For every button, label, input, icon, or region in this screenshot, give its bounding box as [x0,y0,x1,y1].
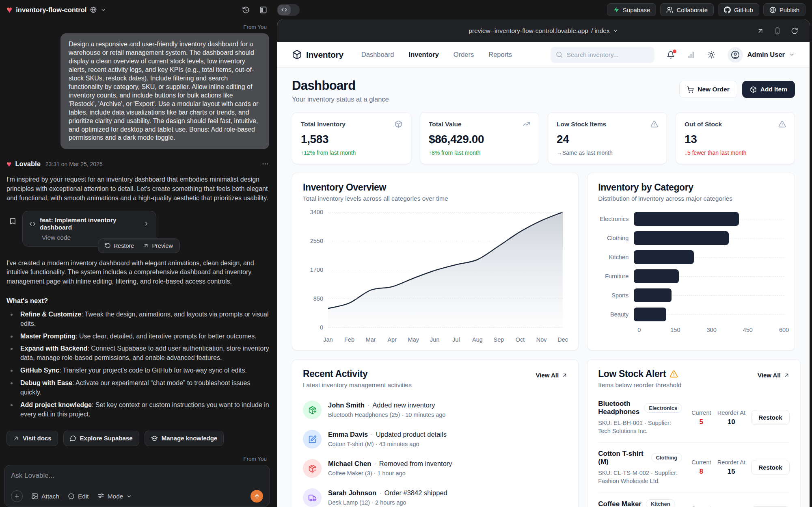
alert-triangle-icon [650,120,658,128]
code-icon [29,221,36,227]
avatar [728,47,743,63]
message-menu-icon[interactable] [261,160,269,168]
category-bar [634,212,739,226]
category-bar [634,269,679,283]
attach-button[interactable]: Attach [31,493,59,500]
edit-button[interactable]: Edit [68,493,89,500]
package-icon [395,120,402,128]
collaborate-button[interactable]: Collaborate [660,3,714,16]
category-bar-row: Kitchen [598,250,784,264]
assistant-timestamp: 23:31 on Mar 25, 2025 [45,161,103,167]
category-badge: Electronics [644,403,682,413]
gridline [328,270,563,270]
search-input[interactable] [566,51,649,58]
category-bar-chart: ElectronicsClothingKitchenFurnitureSport… [598,212,784,336]
theme-toggle[interactable] [707,51,715,59]
commit-title: feat: Implement inventory dashboard [40,217,139,231]
view-all-link[interactable]: View All [536,372,568,379]
kpi-delta: ↑8% from last month [429,150,530,156]
user-menu[interactable]: Admin User [728,47,795,63]
y-axis-tick: 0 [320,324,323,331]
x-axis-tick: Sep [494,336,504,343]
nav-reports[interactable]: Reports [488,51,512,58]
bookmark-icon[interactable] [9,217,17,225]
chevron-down-icon[interactable] [100,7,106,13]
nav-inventory[interactable]: Inventory [409,51,439,58]
kpi-total-value: Total Value $86,429.00 ↑8% from last mon… [420,112,539,164]
mobile-view-icon[interactable] [774,27,781,35]
nav-orders[interactable]: Orders [454,51,474,58]
restock-button[interactable]: Restock [751,410,789,425]
sun-icon [707,51,715,59]
alert-triangle-icon [778,120,786,128]
chevron-down-icon [789,52,795,58]
open-external-icon[interactable] [757,27,764,35]
project-name[interactable]: inventory-flow-control [16,6,86,14]
x-axis-tick: May [408,336,419,343]
activity-row[interactable]: Emma Davis·Updated product details Cotto… [303,425,568,454]
add-attachment-button[interactable] [11,490,23,502]
lovable-avatar-icon: ♥ [6,160,11,168]
supabase-zap-icon [613,6,620,13]
sliders-icon [97,493,104,500]
preview-url[interactable]: preview--inventory-flow-control.lovable.… [469,27,618,35]
view-all-link[interactable]: View All [758,372,790,379]
truck-icon [308,494,317,502]
x-axis-tick: Jul [452,336,460,343]
user-message-bubble: Design a responsive and user-friendly in… [60,33,269,149]
activity-row[interactable]: John Smith·Added new inventory Bluetooth… [303,395,568,425]
chevron-down-icon [126,494,132,499]
send-button[interactable] [251,490,263,503]
visit-docs-button[interactable]: Visit docs [6,431,58,446]
category-label: Kitchen [598,254,634,260]
cart-icon [687,86,694,93]
refresh-icon[interactable] [791,27,798,35]
mode-selector[interactable]: Mode [97,493,132,500]
inventory-overview-card: Inventory Overview Total inventory level… [292,173,579,351]
history-icon[interactable] [242,6,250,14]
manage-knowledge-button[interactable]: Manage knowledge [145,431,224,446]
github-button[interactable]: GitHub [718,3,759,16]
y-axis-tick: 1700 [310,266,323,273]
supabase-button[interactable]: Supabase [607,3,657,16]
whats-next-heading: What's next? [6,297,269,305]
package-plus-icon [308,406,317,414]
preview-chrome-bar: preview--inventory-flow-control.lovable.… [277,20,810,42]
x-axis-tick: Jan [323,336,333,343]
explore-supabase-button[interactable]: Explore Supabase [63,431,139,446]
category-bar [634,250,694,264]
assistant-message-header: ♥ Lovable 23:31 on Mar 25, 2025 [6,160,269,168]
category-label: Sports [598,292,634,299]
restore-button[interactable]: Restore [101,241,138,251]
analytics-button[interactable] [687,51,695,59]
message-circle-icon [70,435,76,442]
inventory-by-category-card: Inventory by Category Distribution of in… [587,173,795,351]
chat-input-placeholder: Ask Lovable... [11,472,263,480]
dev-mode-toggle[interactable] [277,4,300,16]
chat-message-list[interactable]: From You Design a responsive and user-fr… [6,20,269,451]
category-label: Furniture [598,273,634,280]
user-icon [731,50,740,59]
chat-input[interactable]: Ask Lovable... Attach Edit [4,465,270,507]
trending-up-icon [523,120,530,128]
add-item-button[interactable]: Add Item [742,81,795,98]
nav-dashboard[interactable]: Dashboard [361,51,394,58]
kpi-value: $86,429.00 [429,133,530,146]
restock-button[interactable]: Restock [751,460,789,475]
preview-button[interactable]: Preview [139,241,177,251]
top-bar: ♥ inventory-flow-control Supabase Collab… [0,0,812,20]
kpi-value: 1,583 [301,133,402,146]
new-order-button[interactable]: New Order [679,81,737,98]
activity-row[interactable]: Sarah Johnson·Order #3842 shipped Desk L… [303,483,568,507]
warning-icon [669,370,678,378]
app-brand[interactable]: Inventory [292,50,343,60]
category-bar-row: Furniture [598,269,784,283]
category-bar-row: Electronics [598,212,784,226]
notifications-button[interactable] [667,51,675,59]
lovable-logo-icon: ♥ [6,5,12,15]
publish-button[interactable]: Publish [763,3,806,16]
activity-row[interactable]: Michael Chen·Removed from inventory Coff… [303,454,568,483]
x-axis-tick: 600 [779,327,789,333]
panel-left-icon[interactable] [259,6,267,14]
user-name: Admin User [747,51,785,58]
